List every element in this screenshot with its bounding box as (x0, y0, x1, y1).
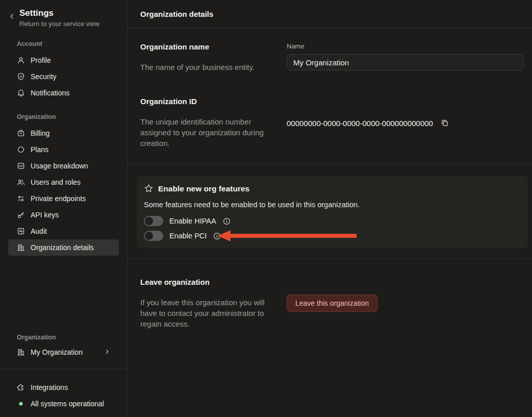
features-card-heading: Enable new org features (158, 184, 249, 193)
sidebar-subtitle: Return to your service view (19, 20, 99, 28)
system-status-link[interactable]: All systems operational (8, 396, 119, 412)
sidebar-header: Settings Return to your service view (0, 0, 127, 28)
leave-heading: Leave organization (140, 278, 287, 286)
sidebar-item-label: Usage breakdown (31, 162, 88, 170)
info-icon[interactable] (222, 217, 231, 226)
sidebar-item-organization-details[interactable]: Organization details (8, 239, 119, 256)
sidebar-item-security[interactable]: Security (8, 68, 119, 85)
sidebar-item-label: Billing (31, 129, 49, 137)
copy-icon (440, 118, 449, 128)
leave-organization-section: Leave organization If you leave this org… (128, 278, 532, 329)
section-label-organization: Organization (17, 113, 127, 120)
sidebar-title: Settings (19, 8, 99, 18)
audit-icon (17, 227, 25, 235)
sidebar-item-label: Private endpoints (31, 194, 86, 203)
sidebar-item-label: Notifications (31, 89, 69, 97)
usage-chart-icon (17, 162, 25, 170)
org-switcher[interactable]: My Organization (8, 344, 119, 360)
star-icon (144, 184, 154, 193)
content-header: Organization details (128, 0, 532, 28)
sidebar-item-audit[interactable]: Audit (8, 223, 119, 239)
leave-organization-button[interactable]: Leave this organization (287, 295, 377, 312)
puzzle-icon (17, 383, 25, 391)
sidebar-item-label: Integrations (31, 383, 68, 391)
section-divider (128, 258, 532, 259)
org-features-card: Enable new org features Some features ne… (137, 176, 528, 248)
org-name-description: The name of your business entity. (140, 62, 272, 72)
bell-icon (17, 89, 25, 97)
sidebar: Settings Return to your service view Acc… (0, 0, 128, 417)
key-icon (17, 211, 25, 219)
section-label-account: Account (17, 40, 127, 47)
sidebar-item-label: Plans (31, 145, 48, 154)
enable-pci-toggle[interactable] (144, 231, 163, 241)
sidebar-footer: Organization My Organization Integration… (0, 334, 127, 412)
back-button[interactable] (8, 12, 16, 20)
pci-toggle-label: Enable PCI (169, 232, 207, 240)
settings-app: Settings Return to your service view Acc… (0, 0, 532, 417)
leave-description: If you leave this organization you will … (140, 297, 272, 329)
sidebar-item-notifications[interactable]: Notifications (8, 85, 119, 101)
enable-hipaa-toggle[interactable] (144, 216, 163, 226)
sidebar-item-integrations[interactable]: Integrations (8, 379, 119, 396)
organization-name-input[interactable] (287, 54, 524, 70)
sidebar-divider (0, 369, 127, 369)
circle-icon (17, 145, 25, 154)
chevron-right-icon (104, 348, 110, 356)
sidebar-item-profile[interactable]: Profile (8, 52, 119, 68)
building-icon (17, 348, 25, 356)
user-icon (17, 56, 25, 64)
shield-check-icon (17, 72, 25, 81)
main-content: Organization details Organization name T… (128, 0, 532, 417)
section-divider (128, 163, 532, 164)
sidebar-item-usage-breakdown[interactable]: Usage breakdown (8, 158, 119, 174)
sidebar-item-label: API keys (31, 211, 59, 219)
sidebar-item-label: Profile (31, 56, 51, 64)
chevron-left-icon (9, 13, 15, 19)
sidebar-item-label: Users and roles (31, 178, 81, 186)
sidebar-item-billing[interactable]: Billing (8, 125, 119, 141)
org-id-heading: Organization ID (140, 97, 287, 106)
sidebar-item-label: Organization details (31, 243, 94, 252)
status-label: All systems operational (31, 400, 104, 408)
wallet-icon (17, 129, 25, 137)
org-id-description: The unique identification number assigne… (140, 116, 272, 149)
org-switcher-label: My Organization (31, 348, 83, 356)
sidebar-item-private-endpoints[interactable]: Private endpoints (8, 190, 119, 207)
copy-button[interactable] (440, 118, 449, 128)
users-icon (17, 178, 25, 186)
swap-arrows-icon (17, 194, 25, 203)
content-title: Organization details (140, 10, 213, 18)
sidebar-item-label: Audit (31, 227, 47, 235)
hipaa-toggle-label: Enable HIPAA (169, 217, 216, 225)
organization-id-value: 00000000-0000-0000-0000-000000000000 (287, 119, 433, 128)
sidebar-item-label: Security (31, 72, 57, 81)
pci-toggle-row: Enable PCI (144, 230, 521, 242)
status-dot-icon (17, 402, 25, 406)
annotation-arrow-icon (218, 229, 357, 242)
features-card-description: Some features need to be enabled to be u… (144, 201, 521, 209)
sidebar-item-plans[interactable]: Plans (8, 141, 119, 158)
hipaa-toggle-row: Enable HIPAA (144, 215, 521, 227)
sidebar-item-users-and-roles[interactable]: Users and roles (8, 174, 119, 190)
footer-section-label: Organization (17, 334, 127, 341)
org-name-heading: Organization name (140, 42, 287, 51)
building-icon (17, 243, 25, 252)
name-field-label: Name (287, 42, 524, 50)
organization-id-section: Organization ID The unique identificatio… (128, 97, 532, 149)
organization-name-section: Organization name The name of your busin… (128, 42, 532, 72)
sidebar-item-api-keys[interactable]: API keys (8, 207, 119, 223)
